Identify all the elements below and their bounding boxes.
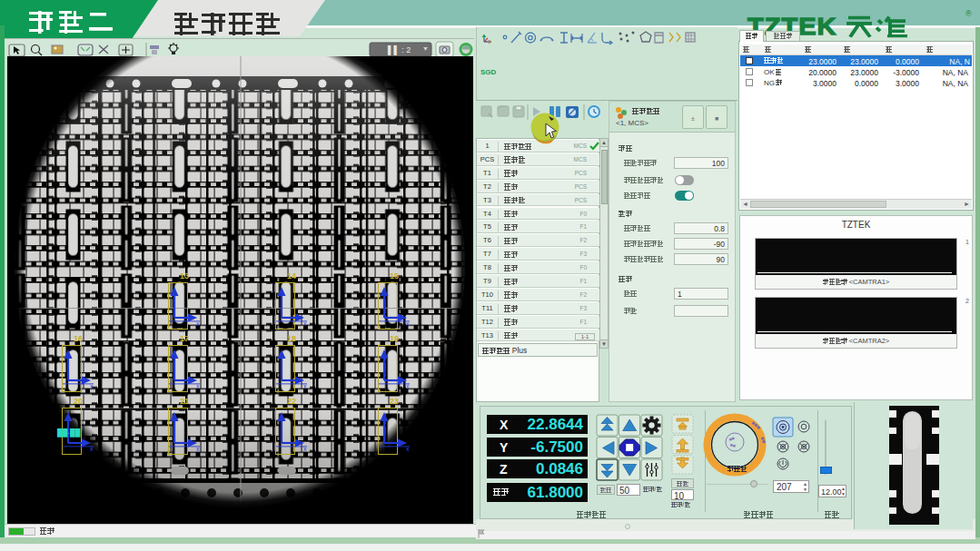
svg-text:x: x <box>406 446 410 452</box>
svg-text:x: x <box>303 446 307 452</box>
svg-text:x: x <box>196 320 200 327</box>
svg-text:x: x <box>196 383 200 389</box>
svg-text:SGD: SGD <box>480 68 497 76</box>
svg-text:x: x <box>406 383 410 389</box>
svg-text:x: x <box>196 446 200 452</box>
svg-text:x: x <box>406 320 410 327</box>
svg-text:■■: ■■ <box>729 442 736 448</box>
svg-text:x: x <box>303 320 307 327</box>
svg-text:x: x <box>90 383 94 389</box>
svg-text:▌▌ : 2: ▌▌ : 2 <box>388 44 411 55</box>
svg-text:x: x <box>90 446 94 452</box>
svg-text:■■: ■■ <box>728 435 736 442</box>
svg-text:x: x <box>303 383 307 389</box>
